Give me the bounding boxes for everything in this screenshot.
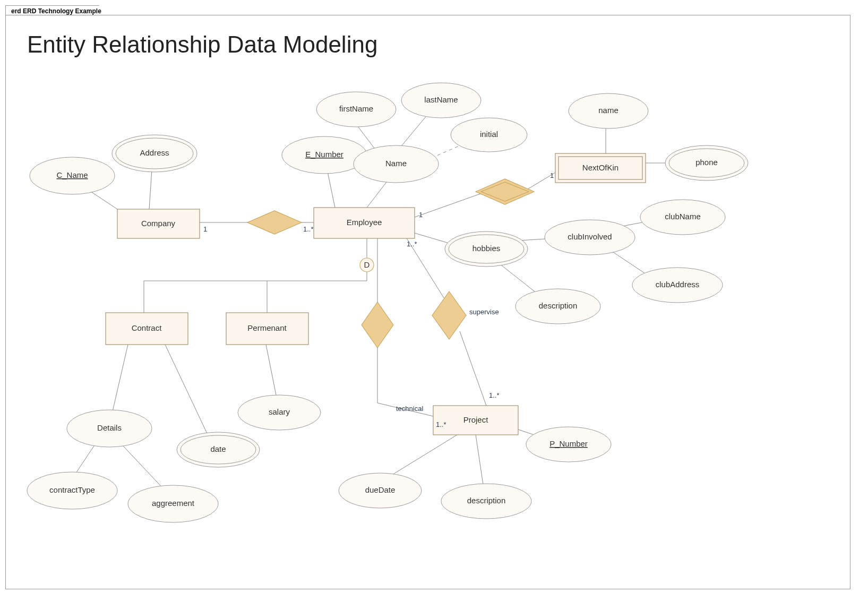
svg-line-23	[123, 445, 165, 491]
svg-marker-38	[432, 291, 466, 339]
attr-details: Details	[67, 410, 152, 447]
attr-description-project: description	[441, 484, 531, 519]
card-proj-tech: 1..*	[436, 420, 446, 428]
svg-text:initial: initial	[480, 130, 498, 139]
svg-text:date: date	[210, 444, 226, 453]
rel-employee-nextofkin-weak	[476, 179, 534, 204]
card-company: 1	[203, 225, 207, 233]
attr-nok-phone-multi: phone	[665, 145, 748, 181]
svg-text:contractType: contractType	[49, 485, 95, 494]
card-emp-left: 1..*	[303, 225, 314, 233]
svg-line-3	[149, 169, 152, 209]
entity-nextofkin-weak: NextOfKin	[555, 153, 646, 183]
entity-company: Company	[117, 209, 200, 238]
erd-canvas: D Company Employee NextOfKin Contract	[6, 15, 850, 589]
attr-club-address: clubAddress	[632, 268, 723, 303]
card-nok: 1	[550, 171, 554, 179]
attr-description-hobbies: description	[515, 289, 600, 324]
svg-text:Company: Company	[141, 219, 176, 228]
diagram-panel: Entity Relationship Data Modeling	[5, 15, 850, 589]
svg-text:name: name	[598, 106, 618, 115]
svg-text:Employee: Employee	[347, 218, 382, 227]
attr-p-number: P_Number	[526, 427, 611, 462]
svg-marker-37	[362, 302, 393, 348]
svg-text:E_Number: E_Number	[305, 150, 343, 159]
svg-text:clubName: clubName	[665, 212, 701, 221]
attr-due-date: dueDate	[339, 473, 422, 508]
rel-technical	[362, 302, 393, 348]
svg-text:Name: Name	[385, 159, 407, 168]
entity-permanent: Permenant	[226, 313, 308, 345]
svg-line-30	[460, 331, 486, 406]
attr-first-name: firstName	[316, 92, 396, 127]
card-emp-down: 1..*	[407, 240, 417, 248]
svg-text:clubInvolved: clubInvolved	[568, 232, 612, 241]
svg-text:lastName: lastName	[424, 95, 458, 104]
attr-name-composite: Name	[354, 145, 439, 183]
svg-line-24	[165, 345, 210, 440]
svg-text:Address: Address	[140, 148, 169, 157]
svg-line-22	[75, 443, 96, 475]
svg-text:description: description	[539, 301, 578, 310]
svg-text:firstName: firstName	[339, 104, 373, 113]
svg-text:Contract: Contract	[132, 323, 162, 332]
rel-label-supervise: supervise	[469, 308, 499, 316]
card-emp-right: 1	[419, 211, 423, 219]
attr-nok-name: name	[569, 93, 648, 128]
svg-text:D: D	[364, 260, 370, 269]
svg-line-25	[266, 345, 277, 398]
attr-club-name: clubName	[640, 200, 725, 235]
svg-text:P_Number: P_Number	[549, 439, 588, 448]
attr-last-name: lastName	[401, 83, 481, 118]
rel-label-technical: technical	[396, 405, 423, 413]
svg-line-29	[407, 238, 446, 302]
svg-text:C_Name: C_Name	[56, 170, 88, 179]
attr-c-name: C_Name	[30, 157, 115, 194]
card-proj-sup: 1..*	[489, 391, 500, 399]
svg-text:hobbies: hobbies	[472, 244, 501, 253]
svg-marker-36	[481, 182, 529, 201]
attr-initial: initial	[451, 118, 527, 152]
svg-text:dueDate: dueDate	[365, 485, 396, 494]
rel-supervise	[432, 291, 466, 339]
svg-line-32	[476, 435, 484, 488]
svg-text:aggreement: aggreement	[152, 499, 195, 508]
svg-text:clubAddress: clubAddress	[656, 280, 700, 289]
entity-contract: Contract	[106, 313, 188, 345]
svg-text:salary: salary	[269, 407, 290, 416]
svg-text:Project: Project	[463, 415, 489, 424]
svg-line-5	[367, 180, 388, 208]
svg-text:Permenant: Permenant	[247, 323, 287, 332]
attr-e-number: E_Number	[282, 136, 367, 174]
svg-line-4	[327, 169, 335, 208]
svg-line-21	[112, 345, 128, 414]
svg-text:NextOfKin: NextOfKin	[582, 163, 618, 172]
svg-marker-34	[247, 211, 302, 234]
attr-contract-type: contractType	[27, 472, 117, 509]
svg-line-31	[388, 435, 457, 477]
attr-date-multi: date	[177, 432, 260, 467]
svg-line-14	[415, 192, 486, 217]
attr-aggreement: aggreement	[128, 485, 218, 522]
attr-club-involved: clubInvolved	[545, 220, 635, 255]
rel-company-employee	[247, 211, 302, 234]
svg-text:phone: phone	[695, 158, 718, 167]
attr-salary: salary	[238, 395, 321, 430]
attr-hobbies-multi: hobbies	[445, 231, 528, 267]
svg-text:Details: Details	[97, 423, 122, 432]
svg-text:description: description	[467, 496, 506, 505]
subtype-indicator-d: D	[360, 258, 374, 272]
attr-address-multi: Address	[112, 135, 197, 172]
entity-employee: Employee	[314, 208, 415, 238]
